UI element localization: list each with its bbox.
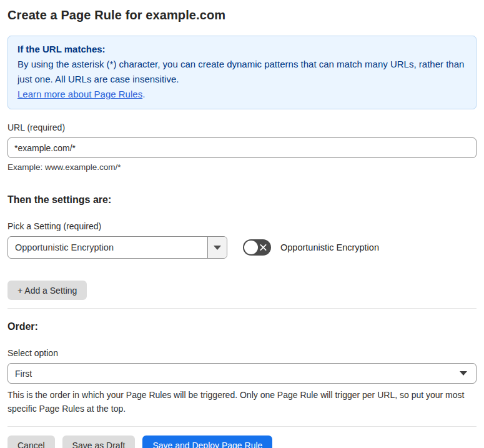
opportunistic-encryption-toggle-group: Opportunistic Encryption xyxy=(243,239,379,256)
info-box-heading: If the URL matches: xyxy=(17,42,467,57)
order-section-heading: Order: xyxy=(7,321,477,332)
cancel-button[interactable]: Cancel xyxy=(7,436,55,448)
order-select-label: Select option xyxy=(7,348,477,358)
add-setting-button[interactable]: + Add a Setting xyxy=(7,281,87,300)
link-suffix: . xyxy=(142,89,145,99)
setting-row: Opportunistic Encryption Opportunistic E… xyxy=(7,236,477,259)
info-box-body: By using the asterisk (*) character, you… xyxy=(17,57,467,87)
learn-more-link[interactable]: Learn more about Page Rules xyxy=(17,89,142,99)
caret-down-icon xyxy=(460,371,467,376)
settings-section-heading: Then the settings are: xyxy=(7,194,477,206)
setting-select-value: Opportunistic Encryption xyxy=(8,237,207,258)
toggle-knob xyxy=(244,241,258,254)
url-example-hint: Example: www.example.com/* xyxy=(7,162,477,172)
order-select-value: First xyxy=(15,369,460,379)
save-draft-button[interactable]: Save as Draft xyxy=(62,436,136,448)
pick-setting-label: Pick a Setting (required) xyxy=(7,221,477,231)
save-deploy-button[interactable]: Save and Deploy Page Rule xyxy=(142,436,272,448)
order-select[interactable]: First xyxy=(7,363,477,384)
toggle-label: Opportunistic Encryption xyxy=(280,242,379,252)
order-helper-text: This is the order in which your Page Rul… xyxy=(7,388,477,416)
url-match-info-box: If the URL matches: By using the asteris… xyxy=(7,36,477,109)
opportunistic-encryption-toggle[interactable] xyxy=(243,239,271,256)
url-input[interactable] xyxy=(7,137,477,158)
setting-select-arrow-button[interactable] xyxy=(207,237,227,258)
page-title: Create a Page Rule for example.com xyxy=(7,8,477,22)
page-rule-form: Create a Page Rule for example.com If th… xyxy=(0,8,484,448)
footer-divider xyxy=(7,426,477,427)
footer-actions: Cancel Save as Draft Save and Deploy Pag… xyxy=(7,436,477,448)
section-divider xyxy=(7,308,477,309)
caret-down-icon xyxy=(214,246,221,250)
url-field-label: URL (required) xyxy=(7,122,477,132)
setting-select[interactable]: Opportunistic Encryption xyxy=(7,236,227,259)
x-icon xyxy=(259,244,267,252)
info-box-link-line: Learn more about Page Rules. xyxy=(17,87,467,102)
